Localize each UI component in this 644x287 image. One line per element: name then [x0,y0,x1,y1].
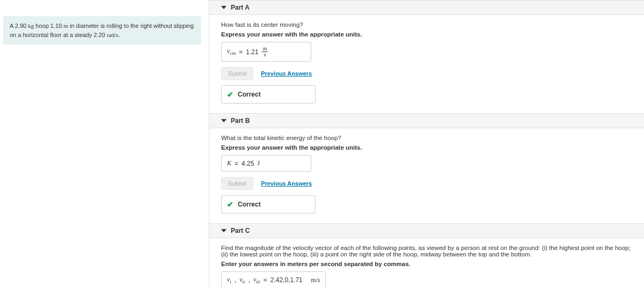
part-b-header[interactable]: Part B [209,113,644,128]
chevron-down-icon [221,229,226,232]
unit-rads: rad/s [107,32,118,38]
unit-m: m [63,23,68,29]
part-c-answer: vi, vii, viii = 2.42,0,1.71 m/s [221,271,326,287]
equals: = [239,48,243,56]
part-a-feedback-text: Correct [238,91,261,98]
check-icon: ✔ [227,200,233,209]
part-c-instruction: Enter your answers in meters per second … [221,261,638,267]
equals: = [235,160,238,167]
part-c-unit: m/s [311,276,320,284]
var-vii: vii [239,276,245,284]
problem-text: A 2.90 [10,23,28,29]
part-b-unit: J [257,159,260,167]
chevron-down-icon [221,6,226,9]
problem-text: hoop 1.10 [34,23,63,29]
part-c-header[interactable]: Part C [209,223,644,238]
part-b-feedback: ✔ Correct [221,195,316,214]
part-b-submit-button[interactable]: Submit [221,177,253,190]
part-a-unit: m s [262,46,268,57]
chevron-down-icon [221,119,226,122]
unit-kg: kg [28,23,34,29]
part-b-instruction: Express your answer with the appropriate… [221,144,638,151]
part-a-submit-button[interactable]: Submit [221,67,253,80]
part-b-question: What is the total kinetic energy of the … [221,135,638,141]
problem-statement: A 2.90 kg hoop 1.10 m in diameter is rol… [3,16,201,45]
var-viii: viii [253,276,260,284]
check-icon: ✔ [227,90,233,99]
part-a-body: How fast is its center moving? Express y… [209,15,644,113]
part-a-previous-answers-link[interactable]: Previous Answers [261,70,312,77]
part-b-answer: K = 4.25 J [221,155,311,172]
part-a-instruction: Express your answer with the appropriate… [221,31,638,38]
equals: = [264,276,267,284]
part-a-title: Part A [231,4,250,11]
var-k: K [227,159,231,167]
part-a-header[interactable]: Part A [209,0,644,15]
part-c-title: Part C [231,227,250,234]
part-b-previous-answers-link[interactable]: Previous Answers [261,180,312,187]
var-vcm: vcm [227,47,236,56]
part-a-feedback: ✔ Correct [221,85,316,104]
part-c-value: 2.42,0,1.71 [270,276,303,284]
part-b-value: 4.25 [241,160,254,167]
part-b-title: Part B [231,117,250,124]
part-b-body: What is the total kinetic energy of the … [209,128,644,223]
var-vi: vi [227,276,231,284]
part-c-question: Find the magnitude of the velocity vecto… [221,245,638,257]
part-a-value: 1.21 [246,48,258,56]
problem-text: . [118,32,120,38]
part-b-feedback-text: Correct [238,201,261,208]
part-a-question: How fast is its center moving? [221,21,638,28]
part-c-body: Find the magnitude of the velocity vecto… [209,238,644,287]
part-a-answer: vcm = 1.21 m s [221,42,311,62]
